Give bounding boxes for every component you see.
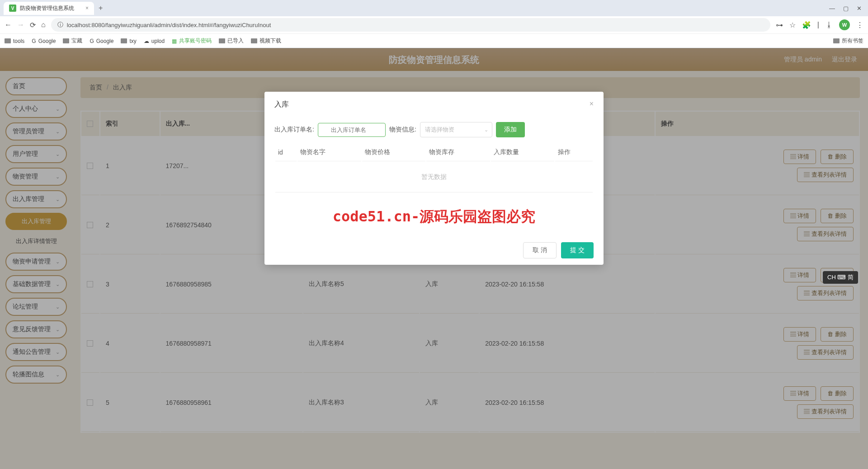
submit-button[interactable]: 提 交 xyxy=(561,242,594,258)
bookmark-item[interactable]: 视频下载 xyxy=(251,37,281,45)
bookmark-item[interactable]: G Google xyxy=(90,38,113,44)
ime-indicator[interactable]: CH ⌨ 简 xyxy=(823,271,858,284)
inbound-modal: 入库 × 出入库订单名: ⌕ 物资信息: 请选择物资 ⌄ 添加 id xyxy=(264,92,604,265)
add-button[interactable]: 添加 xyxy=(496,122,525,137)
bookmark-item[interactable]: ☁ uplod xyxy=(144,38,165,44)
folder-icon xyxy=(251,38,257,43)
divider: | xyxy=(817,21,819,29)
bookmark-item[interactable]: tools xyxy=(5,38,24,44)
close-window-icon[interactable]: ✕ xyxy=(857,5,862,12)
watermark-warning: code51.cn-源码乐园盗图必究 xyxy=(274,207,594,227)
material-label: 物资信息: xyxy=(389,126,416,134)
all-bookmarks[interactable]: 所有书签 xyxy=(833,37,863,45)
folder-icon xyxy=(219,38,225,43)
password-icon[interactable]: ⊶ xyxy=(776,21,783,29)
url-text: localhost:8080/fangyiwuzhiguanli/admin/d… xyxy=(67,22,271,28)
col-name: 物资名字 xyxy=(297,144,361,161)
browser-tab[interactable]: V 防疫物资管理信息系统 × xyxy=(4,2,94,15)
url-input[interactable]: ⓘ localhost:8080/fangyiwuzhiguanli/admin… xyxy=(51,18,770,32)
minimize-icon[interactable]: — xyxy=(829,5,835,12)
bookmarks-bar: tools G Google 宝藏 G Google txy ☁ uplod ▦… xyxy=(0,33,868,48)
forward-icon[interactable]: → xyxy=(17,21,24,29)
modal-overlay: 入库 × 出入库订单名: ⌕ 物资信息: 请选择物资 ⌄ 添加 id xyxy=(0,48,868,469)
tab-title: 防疫物资管理信息系统 xyxy=(20,5,74,12)
cancel-button[interactable]: 取 消 xyxy=(523,242,557,258)
empty-text: 暂无数据 xyxy=(275,162,593,192)
modal-close-icon[interactable]: × xyxy=(590,100,594,109)
folder-icon xyxy=(833,38,840,43)
site-info-icon[interactable]: ⓘ xyxy=(57,21,63,29)
chevron-down-icon: ⌄ xyxy=(484,127,488,133)
tab-bar: V 防疫物资管理信息系统 × + — ▢ ✕ xyxy=(0,0,868,16)
maximize-icon[interactable]: ▢ xyxy=(843,5,849,12)
folder-icon xyxy=(121,38,127,43)
modal-title: 入库 xyxy=(274,100,289,109)
menu-icon[interactable]: ⋮ xyxy=(856,21,863,29)
tab-close-icon[interactable]: × xyxy=(85,5,89,11)
modal-table: id 物资名字 物资价格 物资库存 入库数量 操作 暂无数据 xyxy=(274,143,594,193)
bookmark-item[interactable]: G Google xyxy=(32,38,56,44)
browser-chrome: V 防疫物资管理信息系统 × + — ▢ ✕ ← → ⟳ ⌂ ⓘ localho… xyxy=(0,0,868,48)
col-stock: 物资库存 xyxy=(426,144,490,161)
home-icon[interactable]: ⌂ xyxy=(41,21,46,29)
order-name-input[interactable] xyxy=(318,123,386,137)
extensions-icon[interactable]: 🧩 xyxy=(802,21,811,29)
reload-icon[interactable]: ⟳ xyxy=(30,21,36,29)
order-name-label: 出入库订单名: xyxy=(274,126,314,134)
window-controls: — ▢ ✕ xyxy=(829,5,868,12)
col-action: 操作 xyxy=(555,144,593,161)
tab-favicon: V xyxy=(9,5,16,12)
bookmark-item[interactable]: txy xyxy=(121,38,136,44)
col-id: id xyxy=(275,144,297,161)
bookmark-item[interactable]: ▦ 共享账号密码 xyxy=(172,37,212,45)
download-icon[interactable]: ⭳ xyxy=(826,21,833,29)
bookmark-icon[interactable]: ☆ xyxy=(789,21,796,29)
back-icon[interactable]: ← xyxy=(5,21,12,29)
bookmark-item[interactable]: 已导入 xyxy=(219,37,244,45)
new-tab-button[interactable]: + xyxy=(94,4,107,12)
address-bar: ← → ⟳ ⌂ ⓘ localhost:8080/fangyiwuzhiguan… xyxy=(0,16,868,33)
col-price: 物资价格 xyxy=(362,144,426,161)
material-select[interactable]: 请选择物资 xyxy=(420,122,492,137)
folder-icon xyxy=(5,38,11,43)
bookmark-item[interactable]: 宝藏 xyxy=(63,37,82,45)
folder-icon xyxy=(63,38,69,43)
col-qty: 入库数量 xyxy=(491,144,555,161)
profile-avatar[interactable]: W xyxy=(839,19,850,30)
